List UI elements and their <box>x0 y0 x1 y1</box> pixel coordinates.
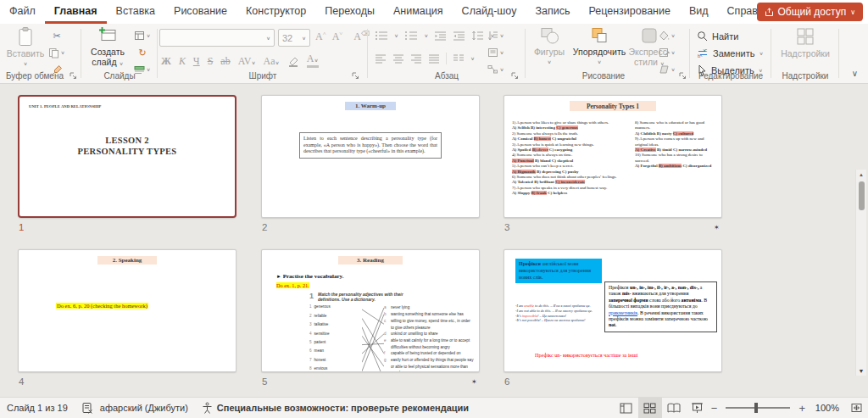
tab-file[interactable]: Файл <box>0 0 45 24</box>
increase-indent-button[interactable] <box>453 31 465 41</box>
line-spacing-button[interactable] <box>471 31 484 41</box>
language-button[interactable]: афарский (Джибути) <box>100 398 195 418</box>
slide-number-6: 6 <box>504 376 509 387</box>
slide-thumbnail-1[interactable]: UNIT 1. PEOPLE AND RELATIONSHIP LESSON 2… <box>18 95 236 218</box>
reading-view-button[interactable] <box>662 398 686 418</box>
slide5-practise-line: ► Practise the vocabulary. <box>276 273 343 280</box>
clipboard-dialog-launcher[interactable] <box>70 72 77 80</box>
spellcheck-button[interactable] <box>75 398 100 418</box>
numbering-button[interactable] <box>404 31 418 41</box>
slide-thumbnail-6[interactable]: Префікси англійської мови використовують… <box>504 249 722 372</box>
font-style-tools: Ж К Ч S ab AV∨ Aa∨ А∨ <box>161 54 319 68</box>
italic-button[interactable]: К <box>179 55 186 68</box>
double-strike-button[interactable]: ab <box>220 55 230 68</box>
zoom-slider[interactable] <box>726 407 790 409</box>
justify-icon <box>428 53 440 64</box>
zoom-in-button[interactable]: + <box>797 402 807 415</box>
char-spacing-button[interactable]: AV∨ <box>238 55 256 68</box>
align-left-button[interactable] <box>375 53 387 64</box>
bullets-icon <box>375 31 388 41</box>
decrease-indent-button[interactable] <box>434 31 447 41</box>
tab-slideshow[interactable]: Слайд-шоу <box>453 0 526 24</box>
share-button[interactable]: Общий доступ ∨ <box>757 3 863 21</box>
justify-button[interactable] <box>428 53 440 64</box>
layout-button[interactable]: ∨ <box>131 28 153 43</box>
tab-transitions[interactable]: Переходы <box>315 0 384 24</box>
accessibility-button[interactable]: Специальные возможности: проверьте реком… <box>195 398 476 418</box>
slides-group-label: Слайды <box>81 71 158 81</box>
slide6-rule-box: Префікси un-, in-, im-, il-, ir-, a-, no… <box>604 281 717 332</box>
scroll-down-icon[interactable]: ▼ <box>856 368 866 374</box>
find-button[interactable]: Найти <box>697 31 738 42</box>
normal-view-icon <box>620 403 632 414</box>
shape-fill-button[interactable]: ∨ <box>656 28 678 43</box>
align-center-button[interactable] <box>392 53 404 64</box>
addins-button[interactable]: Надстройки <box>778 26 832 59</box>
fit-to-window-icon <box>850 402 863 414</box>
columns-button[interactable] <box>453 53 465 64</box>
scroll-up-icon[interactable]: ▲ <box>856 172 866 177</box>
shapes-button[interactable]: Фигуры ∨ <box>529 26 570 67</box>
slide-thumbnail-5[interactable]: 3. Reading ► Practise the vocabulary. Do… <box>261 249 480 372</box>
slide6-examples: -I am unable to do this. – Я не в змозі … <box>515 304 593 323</box>
arrange-icon <box>590 26 609 45</box>
slide5-exercise: 1 Match the personality adjectives with … <box>309 292 474 372</box>
match-definition: geasily hurt or offended by things that … <box>384 357 474 372</box>
scrollbar-thumb[interactable] <box>859 181 865 210</box>
copy-icon <box>48 47 59 59</box>
cut-button[interactable]: ✂ <box>46 28 68 43</box>
tab-view[interactable]: Вид <box>680 0 718 24</box>
vertical-scrollbar[interactable]: ▲ ▼ <box>855 170 866 376</box>
tab-animations[interactable]: Анимация <box>384 0 453 24</box>
columns-icon <box>453 53 465 64</box>
bold-button[interactable]: Ж <box>161 55 171 68</box>
paste-button[interactable]: Вставить ∨ <box>7 26 44 69</box>
arrange-button[interactable]: Упорядочить ∨ <box>571 26 627 67</box>
shrink-font-button[interactable]: А˅ <box>332 31 343 43</box>
reset-slide-icon: ↻ <box>138 47 146 59</box>
change-case-button[interactable]: Aa∨ <box>264 55 280 68</box>
zoom-slider-handle[interactable] <box>754 403 758 413</box>
font-size-caret-icon: ∨ <box>302 35 306 40</box>
reset-slide-button[interactable]: ↻ <box>131 45 153 60</box>
exercise-number: 1 <box>309 292 314 302</box>
increase-indent-icon <box>453 31 465 41</box>
bullets-button[interactable] <box>375 31 388 41</box>
tab-record[interactable]: Запись <box>526 0 579 24</box>
replace-button[interactable]: bc Заменить ∨ <box>697 47 764 59</box>
underline-button[interactable]: Ч <box>193 55 200 68</box>
slide-thumbnail-3[interactable]: Personality Types 1 1) A person who like… <box>504 95 722 218</box>
zoom-out-button[interactable]: − <box>709 402 720 415</box>
text-direction-button[interactable]: ∨ <box>485 28 507 43</box>
collapse-ribbon-icon[interactable]: ∨ <box>852 69 858 78</box>
align-text-button[interactable]: ∨ <box>485 45 507 60</box>
font-name-combo[interactable]: ∨ <box>159 29 275 47</box>
copy-button[interactable]: ∨ <box>46 45 68 60</box>
tab-home[interactable]: Главная <box>45 0 107 24</box>
font-size-combo[interactable]: 32∨ <box>278 29 310 47</box>
slide-sorter-view-button[interactable] <box>638 398 662 418</box>
slide-thumbnail-2[interactable]: 1. Warm-up Listen to each sentence descr… <box>261 95 480 218</box>
share-caret-icon: ∨ <box>850 8 855 16</box>
tab-review[interactable]: Рецензирование <box>579 0 680 24</box>
font-color-button[interactable]: А∨ <box>307 54 319 68</box>
fit-to-window-button[interactable] <box>844 398 868 418</box>
align-right-button[interactable] <box>410 53 422 64</box>
slideshow-view-button[interactable] <box>686 398 709 418</box>
tab-insert[interactable]: Вставка <box>107 0 164 24</box>
shape-outline-button[interactable]: ∨ <box>656 45 678 60</box>
slide3-title: Personality Types 1 <box>504 101 721 111</box>
slide-thumbnail-4[interactable]: 2. Speaking Do ex. 6, p. 20 (checking th… <box>18 249 236 372</box>
cut-icon: ✂ <box>53 31 60 42</box>
copy-caret-icon: ∨ <box>60 50 64 55</box>
tab-design[interactable]: Конструктор <box>236 0 315 24</box>
highlight-button[interactable] <box>287 56 299 67</box>
tab-draw[interactable]: Рисование <box>164 0 236 24</box>
slide-number-3: 3 <box>504 222 509 232</box>
normal-view-button[interactable] <box>615 398 638 418</box>
slide5-task-line: Do ex. 1, p. 21. <box>276 282 309 288</box>
zoom-percentage[interactable]: 100% <box>807 403 839 413</box>
grow-font-button[interactable]: А˄ <box>315 31 326 43</box>
strikethrough-button[interactable]: S <box>208 55 214 68</box>
new-slide-button[interactable]: Создать слайд ∨ <box>86 26 130 69</box>
